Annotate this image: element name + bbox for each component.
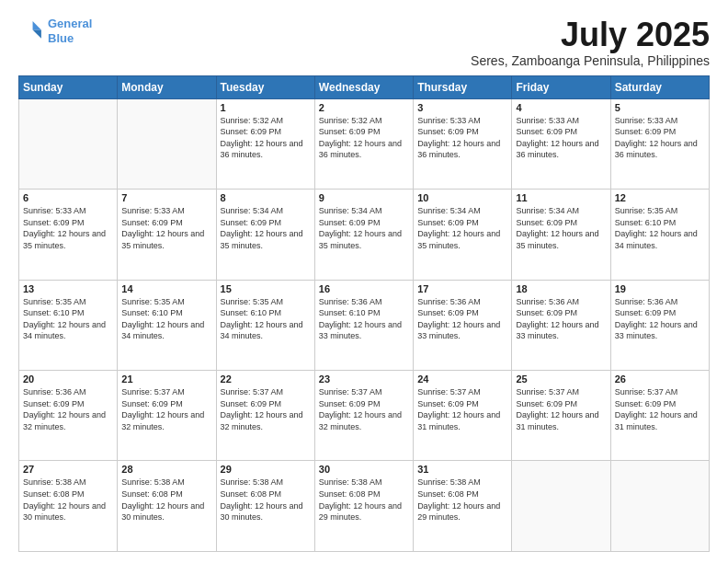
calendar-day-cell: 8Sunrise: 5:34 AM Sunset: 6:09 PM Daylig… (216, 190, 314, 280)
calendar-day-cell: 29Sunrise: 5:38 AM Sunset: 6:08 PM Dayli… (216, 461, 314, 552)
day-of-week-header: Monday (118, 75, 216, 98)
day-number: 30 (319, 464, 409, 475)
calendar-day-cell (610, 461, 709, 552)
location-title: Seres, Zamboanga Peninsula, Philippines (471, 53, 710, 68)
calendar-day-cell: 13Sunrise: 5:35 AM Sunset: 6:10 PM Dayli… (19, 280, 118, 370)
day-info: Sunrise: 5:35 AM Sunset: 6:10 PM Dayligh… (121, 296, 211, 342)
day-number: 27 (23, 464, 113, 475)
title-block: July 2025 Seres, Zamboanga Peninsula, Ph… (471, 17, 710, 68)
logo-general: General (48, 17, 92, 30)
day-info: Sunrise: 5:33 AM Sunset: 6:09 PM Dayligh… (516, 115, 606, 161)
day-info: Sunrise: 5:37 AM Sunset: 6:09 PM Dayligh… (516, 386, 606, 432)
day-number: 13 (23, 283, 113, 294)
calendar-day-cell: 27Sunrise: 5:38 AM Sunset: 6:08 PM Dayli… (19, 461, 118, 552)
calendar-day-cell: 1Sunrise: 5:32 AM Sunset: 6:09 PM Daylig… (216, 98, 314, 189)
day-number: 7 (121, 192, 211, 203)
calendar-day-cell: 2Sunrise: 5:32 AM Sunset: 6:09 PM Daylig… (314, 98, 413, 189)
calendar-week-row: 13Sunrise: 5:35 AM Sunset: 6:10 PM Dayli… (19, 280, 710, 370)
day-number: 21 (121, 373, 211, 385)
calendar-day-cell: 30Sunrise: 5:38 AM Sunset: 6:08 PM Dayli… (314, 461, 413, 552)
calendar-day-cell: 4Sunrise: 5:33 AM Sunset: 6:09 PM Daylig… (512, 98, 610, 189)
day-info: Sunrise: 5:34 AM Sunset: 6:09 PM Dayligh… (417, 205, 507, 251)
day-info: Sunrise: 5:37 AM Sunset: 6:09 PM Dayligh… (319, 386, 409, 432)
day-info: Sunrise: 5:37 AM Sunset: 6:09 PM Dayligh… (221, 386, 311, 432)
day-info: Sunrise: 5:34 AM Sunset: 6:09 PM Dayligh… (221, 205, 311, 251)
calendar-day-cell: 24Sunrise: 5:37 AM Sunset: 6:09 PM Dayli… (414, 371, 512, 461)
day-number: 11 (516, 192, 606, 203)
day-info: Sunrise: 5:36 AM Sunset: 6:10 PM Dayligh… (319, 296, 409, 342)
calendar-day-cell (512, 461, 610, 552)
day-info: Sunrise: 5:35 AM Sunset: 6:10 PM Dayligh… (23, 296, 113, 342)
calendar-week-row: 27Sunrise: 5:38 AM Sunset: 6:08 PM Dayli… (19, 461, 710, 552)
calendar-day-cell: 7Sunrise: 5:33 AM Sunset: 6:09 PM Daylig… (118, 190, 216, 280)
day-info: Sunrise: 5:38 AM Sunset: 6:08 PM Dayligh… (23, 477, 113, 523)
calendar-day-cell: 31Sunrise: 5:38 AM Sunset: 6:08 PM Dayli… (414, 461, 512, 552)
calendar-day-cell: 20Sunrise: 5:36 AM Sunset: 6:09 PM Dayli… (19, 371, 118, 461)
page: General Blue July 2025 Seres, Zamboanga … (0, 0, 728, 563)
day-info: Sunrise: 5:37 AM Sunset: 6:09 PM Dayligh… (417, 386, 507, 432)
day-info: Sunrise: 5:33 AM Sunset: 6:09 PM Dayligh… (121, 205, 211, 251)
logo-text: General Blue (48, 17, 92, 45)
calendar-day-cell: 5Sunrise: 5:33 AM Sunset: 6:09 PM Daylig… (610, 98, 709, 189)
day-of-week-header: Wednesday (314, 75, 413, 98)
day-of-week-header: Friday (512, 75, 610, 98)
day-number: 8 (221, 192, 311, 203)
calendar-day-cell (118, 98, 216, 189)
header: General Blue July 2025 Seres, Zamboanga … (18, 17, 710, 68)
day-number: 17 (417, 283, 507, 294)
day-info: Sunrise: 5:38 AM Sunset: 6:08 PM Dayligh… (319, 477, 409, 523)
day-number: 4 (516, 102, 606, 113)
calendar-week-row: 1Sunrise: 5:32 AM Sunset: 6:09 PM Daylig… (19, 98, 710, 189)
day-info: Sunrise: 5:36 AM Sunset: 6:09 PM Dayligh… (615, 296, 705, 342)
day-of-week-header: Thursday (414, 75, 512, 98)
day-info: Sunrise: 5:35 AM Sunset: 6:10 PM Dayligh… (615, 205, 705, 251)
day-of-week-header: Sunday (19, 75, 118, 98)
day-info: Sunrise: 5:38 AM Sunset: 6:08 PM Dayligh… (121, 477, 211, 523)
day-number: 9 (319, 192, 409, 203)
svg-marker-1 (33, 29, 41, 38)
day-number: 24 (417, 373, 507, 385)
day-info: Sunrise: 5:35 AM Sunset: 6:10 PM Dayligh… (221, 296, 311, 342)
day-number: 12 (615, 192, 705, 203)
day-number: 2 (319, 102, 409, 113)
calendar-day-cell: 25Sunrise: 5:37 AM Sunset: 6:09 PM Dayli… (512, 371, 610, 461)
calendar-day-cell: 22Sunrise: 5:37 AM Sunset: 6:09 PM Dayli… (216, 371, 314, 461)
logo-icon (18, 18, 44, 44)
calendar-day-cell: 21Sunrise: 5:37 AM Sunset: 6:09 PM Dayli… (118, 371, 216, 461)
day-number: 14 (121, 283, 211, 294)
calendar-day-cell: 23Sunrise: 5:37 AM Sunset: 6:09 PM Dayli… (314, 371, 413, 461)
day-number: 1 (221, 102, 311, 113)
calendar-day-cell: 11Sunrise: 5:34 AM Sunset: 6:09 PM Dayli… (512, 190, 610, 280)
calendar-day-cell: 18Sunrise: 5:36 AM Sunset: 6:09 PM Dayli… (512, 280, 610, 370)
calendar-day-cell: 12Sunrise: 5:35 AM Sunset: 6:10 PM Dayli… (610, 190, 709, 280)
day-info: Sunrise: 5:36 AM Sunset: 6:09 PM Dayligh… (417, 296, 507, 342)
day-number: 29 (221, 464, 311, 475)
day-of-week-header: Tuesday (216, 75, 314, 98)
day-of-week-header: Saturday (610, 75, 709, 98)
month-title: July 2025 (471, 17, 710, 53)
calendar-day-cell: 3Sunrise: 5:33 AM Sunset: 6:09 PM Daylig… (414, 98, 512, 189)
calendar-day-cell: 10Sunrise: 5:34 AM Sunset: 6:09 PM Dayli… (414, 190, 512, 280)
day-info: Sunrise: 5:32 AM Sunset: 6:09 PM Dayligh… (221, 115, 311, 161)
day-number: 3 (417, 102, 507, 113)
day-number: 18 (516, 283, 606, 294)
calendar-header-row: SundayMondayTuesdayWednesdayThursdayFrid… (19, 75, 710, 98)
day-info: Sunrise: 5:34 AM Sunset: 6:09 PM Dayligh… (319, 205, 409, 251)
calendar-day-cell: 15Sunrise: 5:35 AM Sunset: 6:10 PM Dayli… (216, 280, 314, 370)
logo: General Blue (18, 17, 92, 45)
day-info: Sunrise: 5:33 AM Sunset: 6:09 PM Dayligh… (23, 205, 113, 251)
calendar-day-cell: 14Sunrise: 5:35 AM Sunset: 6:10 PM Dayli… (118, 280, 216, 370)
day-number: 22 (221, 373, 311, 385)
calendar-week-row: 6Sunrise: 5:33 AM Sunset: 6:09 PM Daylig… (19, 190, 710, 280)
calendar-day-cell (19, 98, 118, 189)
day-info: Sunrise: 5:37 AM Sunset: 6:09 PM Dayligh… (615, 386, 705, 432)
day-number: 28 (121, 464, 211, 475)
svg-marker-0 (33, 21, 41, 29)
logo-blue: Blue (48, 31, 74, 45)
calendar-day-cell: 19Sunrise: 5:36 AM Sunset: 6:09 PM Dayli… (610, 280, 709, 370)
calendar-day-cell: 17Sunrise: 5:36 AM Sunset: 6:09 PM Dayli… (414, 280, 512, 370)
day-number: 5 (615, 102, 705, 113)
day-info: Sunrise: 5:38 AM Sunset: 6:08 PM Dayligh… (221, 477, 311, 523)
day-number: 15 (221, 283, 311, 294)
calendar-day-cell: 16Sunrise: 5:36 AM Sunset: 6:10 PM Dayli… (314, 280, 413, 370)
